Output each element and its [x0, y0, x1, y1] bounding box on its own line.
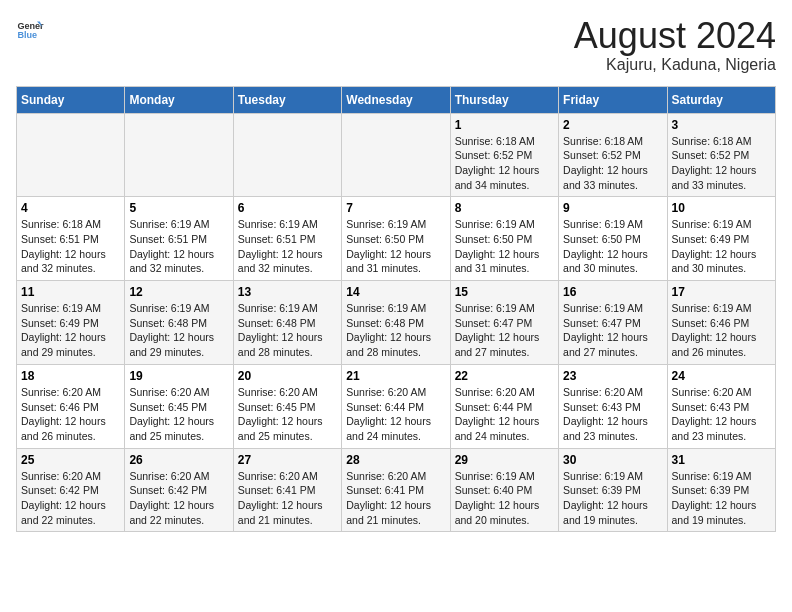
day-number: 21: [346, 369, 445, 383]
day-number: 4: [21, 201, 120, 215]
day-cell: 17Sunrise: 6:19 AMSunset: 6:46 PMDayligh…: [667, 281, 775, 365]
day-number: 9: [563, 201, 662, 215]
day-info: Sunrise: 6:18 AMSunset: 6:51 PMDaylight:…: [21, 217, 120, 276]
day-cell: 21Sunrise: 6:20 AMSunset: 6:44 PMDayligh…: [342, 364, 450, 448]
day-cell: 28Sunrise: 6:20 AMSunset: 6:41 PMDayligh…: [342, 448, 450, 532]
day-cell: [342, 113, 450, 197]
day-number: 3: [672, 118, 771, 132]
day-info: Sunrise: 6:20 AMSunset: 6:42 PMDaylight:…: [129, 469, 228, 528]
day-cell: 3Sunrise: 6:18 AMSunset: 6:52 PMDaylight…: [667, 113, 775, 197]
day-cell: 29Sunrise: 6:19 AMSunset: 6:40 PMDayligh…: [450, 448, 558, 532]
day-number: 22: [455, 369, 554, 383]
day-number: 25: [21, 453, 120, 467]
week-row-2: 4Sunrise: 6:18 AMSunset: 6:51 PMDaylight…: [17, 197, 776, 281]
day-cell: [125, 113, 233, 197]
day-info: Sunrise: 6:19 AMSunset: 6:39 PMDaylight:…: [563, 469, 662, 528]
day-cell: 23Sunrise: 6:20 AMSunset: 6:43 PMDayligh…: [559, 364, 667, 448]
day-cell: 15Sunrise: 6:19 AMSunset: 6:47 PMDayligh…: [450, 281, 558, 365]
day-info: Sunrise: 6:20 AMSunset: 6:45 PMDaylight:…: [129, 385, 228, 444]
day-number: 17: [672, 285, 771, 299]
day-cell: 20Sunrise: 6:20 AMSunset: 6:45 PMDayligh…: [233, 364, 341, 448]
title-block: August 2024 Kajuru, Kaduna, Nigeria: [574, 16, 776, 74]
day-cell: 30Sunrise: 6:19 AMSunset: 6:39 PMDayligh…: [559, 448, 667, 532]
day-cell: [233, 113, 341, 197]
day-cell: 8Sunrise: 6:19 AMSunset: 6:50 PMDaylight…: [450, 197, 558, 281]
day-cell: 6Sunrise: 6:19 AMSunset: 6:51 PMDaylight…: [233, 197, 341, 281]
day-info: Sunrise: 6:20 AMSunset: 6:41 PMDaylight:…: [238, 469, 337, 528]
day-number: 26: [129, 453, 228, 467]
day-cell: 27Sunrise: 6:20 AMSunset: 6:41 PMDayligh…: [233, 448, 341, 532]
day-info: Sunrise: 6:19 AMSunset: 6:47 PMDaylight:…: [563, 301, 662, 360]
day-number: 10: [672, 201, 771, 215]
day-cell: 5Sunrise: 6:19 AMSunset: 6:51 PMDaylight…: [125, 197, 233, 281]
week-row-4: 18Sunrise: 6:20 AMSunset: 6:46 PMDayligh…: [17, 364, 776, 448]
day-number: 20: [238, 369, 337, 383]
week-row-5: 25Sunrise: 6:20 AMSunset: 6:42 PMDayligh…: [17, 448, 776, 532]
day-info: Sunrise: 6:18 AMSunset: 6:52 PMDaylight:…: [672, 134, 771, 193]
subtitle: Kajuru, Kaduna, Nigeria: [574, 56, 776, 74]
day-info: Sunrise: 6:19 AMSunset: 6:49 PMDaylight:…: [21, 301, 120, 360]
day-cell: 25Sunrise: 6:20 AMSunset: 6:42 PMDayligh…: [17, 448, 125, 532]
column-header-sunday: Sunday: [17, 86, 125, 113]
day-info: Sunrise: 6:19 AMSunset: 6:50 PMDaylight:…: [563, 217, 662, 276]
column-header-thursday: Thursday: [450, 86, 558, 113]
day-number: 16: [563, 285, 662, 299]
day-cell: 16Sunrise: 6:19 AMSunset: 6:47 PMDayligh…: [559, 281, 667, 365]
logo: General Blue: [16, 16, 44, 44]
day-cell: 24Sunrise: 6:20 AMSunset: 6:43 PMDayligh…: [667, 364, 775, 448]
day-number: 2: [563, 118, 662, 132]
day-cell: 9Sunrise: 6:19 AMSunset: 6:50 PMDaylight…: [559, 197, 667, 281]
calendar-header: SundayMondayTuesdayWednesdayThursdayFrid…: [17, 86, 776, 113]
header-row: SundayMondayTuesdayWednesdayThursdayFrid…: [17, 86, 776, 113]
day-cell: 11Sunrise: 6:19 AMSunset: 6:49 PMDayligh…: [17, 281, 125, 365]
day-number: 15: [455, 285, 554, 299]
day-cell: 19Sunrise: 6:20 AMSunset: 6:45 PMDayligh…: [125, 364, 233, 448]
day-info: Sunrise: 6:18 AMSunset: 6:52 PMDaylight:…: [563, 134, 662, 193]
calendar-body: 1Sunrise: 6:18 AMSunset: 6:52 PMDaylight…: [17, 113, 776, 532]
day-info: Sunrise: 6:20 AMSunset: 6:45 PMDaylight:…: [238, 385, 337, 444]
day-number: 23: [563, 369, 662, 383]
day-number: 12: [129, 285, 228, 299]
day-info: Sunrise: 6:19 AMSunset: 6:40 PMDaylight:…: [455, 469, 554, 528]
day-info: Sunrise: 6:19 AMSunset: 6:48 PMDaylight:…: [346, 301, 445, 360]
day-number: 5: [129, 201, 228, 215]
day-cell: 22Sunrise: 6:20 AMSunset: 6:44 PMDayligh…: [450, 364, 558, 448]
day-cell: 31Sunrise: 6:19 AMSunset: 6:39 PMDayligh…: [667, 448, 775, 532]
day-number: 13: [238, 285, 337, 299]
day-cell: 14Sunrise: 6:19 AMSunset: 6:48 PMDayligh…: [342, 281, 450, 365]
svg-text:Blue: Blue: [17, 30, 37, 40]
day-number: 6: [238, 201, 337, 215]
day-info: Sunrise: 6:19 AMSunset: 6:47 PMDaylight:…: [455, 301, 554, 360]
day-info: Sunrise: 6:19 AMSunset: 6:48 PMDaylight:…: [129, 301, 228, 360]
day-cell: [17, 113, 125, 197]
page-header: General Blue August 2024 Kajuru, Kaduna,…: [16, 16, 776, 74]
day-number: 11: [21, 285, 120, 299]
day-number: 1: [455, 118, 554, 132]
day-info: Sunrise: 6:20 AMSunset: 6:42 PMDaylight:…: [21, 469, 120, 528]
day-info: Sunrise: 6:20 AMSunset: 6:41 PMDaylight:…: [346, 469, 445, 528]
main-title: August 2024: [574, 16, 776, 56]
day-cell: 13Sunrise: 6:19 AMSunset: 6:48 PMDayligh…: [233, 281, 341, 365]
day-info: Sunrise: 6:19 AMSunset: 6:51 PMDaylight:…: [129, 217, 228, 276]
week-row-1: 1Sunrise: 6:18 AMSunset: 6:52 PMDaylight…: [17, 113, 776, 197]
day-cell: 1Sunrise: 6:18 AMSunset: 6:52 PMDaylight…: [450, 113, 558, 197]
day-info: Sunrise: 6:19 AMSunset: 6:51 PMDaylight:…: [238, 217, 337, 276]
day-info: Sunrise: 6:20 AMSunset: 6:44 PMDaylight:…: [346, 385, 445, 444]
day-info: Sunrise: 6:19 AMSunset: 6:48 PMDaylight:…: [238, 301, 337, 360]
day-number: 28: [346, 453, 445, 467]
day-number: 27: [238, 453, 337, 467]
day-info: Sunrise: 6:19 AMSunset: 6:50 PMDaylight:…: [455, 217, 554, 276]
day-info: Sunrise: 6:20 AMSunset: 6:44 PMDaylight:…: [455, 385, 554, 444]
day-info: Sunrise: 6:20 AMSunset: 6:43 PMDaylight:…: [563, 385, 662, 444]
day-info: Sunrise: 6:19 AMSunset: 6:46 PMDaylight:…: [672, 301, 771, 360]
day-cell: 2Sunrise: 6:18 AMSunset: 6:52 PMDaylight…: [559, 113, 667, 197]
day-info: Sunrise: 6:19 AMSunset: 6:50 PMDaylight:…: [346, 217, 445, 276]
day-cell: 7Sunrise: 6:19 AMSunset: 6:50 PMDaylight…: [342, 197, 450, 281]
day-cell: 4Sunrise: 6:18 AMSunset: 6:51 PMDaylight…: [17, 197, 125, 281]
day-info: Sunrise: 6:19 AMSunset: 6:49 PMDaylight:…: [672, 217, 771, 276]
week-row-3: 11Sunrise: 6:19 AMSunset: 6:49 PMDayligh…: [17, 281, 776, 365]
day-number: 19: [129, 369, 228, 383]
day-info: Sunrise: 6:18 AMSunset: 6:52 PMDaylight:…: [455, 134, 554, 193]
day-number: 29: [455, 453, 554, 467]
day-info: Sunrise: 6:19 AMSunset: 6:39 PMDaylight:…: [672, 469, 771, 528]
